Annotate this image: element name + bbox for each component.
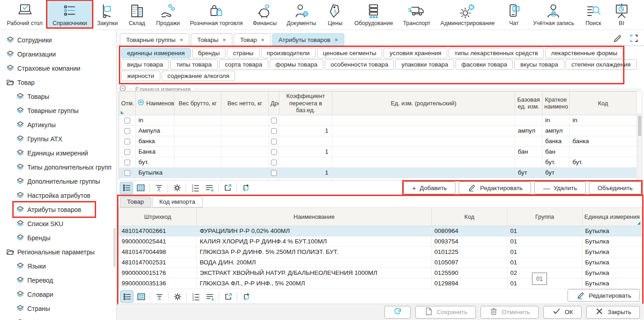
attribute-tab-бренды[interactable]: бренды [192, 48, 226, 58]
units-row-Банка[interactable]: Банка1банбан [119, 146, 637, 157]
units-col-header[interactable]: Код [570, 92, 637, 115]
filter-icon[interactable] [153, 291, 165, 302]
tab-close-icon[interactable]: × [335, 37, 338, 43]
row-checkbox[interactable] [124, 118, 130, 124]
sidebar-item-Страховые компании[interactable]: Страховые компании [0, 61, 117, 75]
добавить-button[interactable]: +Добавить [404, 181, 455, 194]
doc-tab-Атрибуты товаров[interactable]: Атрибуты товаров× [272, 33, 345, 46]
topbar-item-10[interactable]: Оборудование [349, 1, 398, 27]
Закрыть-button[interactable]: Закрыть [586, 306, 640, 319]
attribute-tab-формы товара[interactable]: формы товара [270, 59, 323, 70]
ОК-button[interactable]: ОК [543, 306, 582, 319]
Отменить-button[interactable]: Отменить [480, 306, 539, 319]
add-list-icon[interactable] [204, 291, 216, 302]
attribute-tab-единицы измерения[interactable]: единицы измерения [121, 48, 191, 58]
fullscreen-icon[interactable] [629, 34, 639, 45]
edit-pencil-icon[interactable] [613, 33, 623, 45]
sidebar-item-Перевод[interactable]: Перевод [0, 273, 117, 287]
fraction-checkbox[interactable] [271, 149, 277, 155]
topbar-item-15[interactable]: Поиск [579, 1, 608, 27]
attribute-tab-вкусы товара[interactable]: вкусы товара [514, 59, 564, 70]
attribute-tab-производители[interactable]: производители [261, 48, 316, 58]
topbar-item-6[interactable]: Розничная торговля [185, 1, 248, 27]
sidebar-item-partial[interactable] [0, 315, 117, 320]
numbered-list-icon[interactable]: 123 [189, 182, 201, 194]
units-row-Ампула[interactable]: Ампула1ампулампул [119, 125, 637, 136]
row-checkbox[interactable] [124, 160, 130, 165]
units-col-header[interactable]: Дроб [269, 92, 279, 115]
refresh-loop-icon[interactable] [240, 182, 252, 194]
topbar-item-16[interactable]: BI [608, 1, 636, 27]
attribute-tab-виды товара[interactable]: виды товара [121, 59, 169, 70]
product-row[interactable]: 9900000035136ГЛЮКОЗА ФЛ., Р-Р ИНФ., 5% 2… [119, 279, 642, 289]
fraction-checkbox[interactable] [271, 139, 277, 145]
units-row-in[interactable]: ininin [119, 115, 637, 125]
units-row-бут.[interactable]: бут.бут.бут. [119, 157, 637, 167]
tab-close-icon[interactable]: × [180, 37, 184, 43]
sidebar-item-Настройка атрибутов[interactable]: Настройка атрибутов [0, 188, 117, 202]
topbar-item-3[interactable]: Закупки [92, 1, 123, 27]
sidebar-item-Региональные параметры[interactable]: Региональные параметры [0, 245, 117, 259]
products-tab-Код импорта[interactable]: Код импорта [152, 196, 203, 207]
topbar-item-11[interactable]: Транспорт [398, 1, 435, 27]
refresh-button[interactable] [384, 306, 411, 319]
products-tab-Товар[interactable]: Товар [120, 196, 151, 207]
sidebar-item-Товарные группы[interactable]: Товарные группы [0, 103, 117, 118]
topbar-item-8[interactable]: Документы [281, 1, 321, 27]
units-col-header[interactable]: Наименование [136, 92, 174, 115]
sidebar-item-Языки[interactable]: Языки [0, 259, 117, 273]
list-view-icon[interactable] [121, 291, 133, 302]
topbar-item-14[interactable]: Учётная запись [528, 1, 579, 27]
attribute-tab-ценовые сегменты[interactable]: ценовые сегменты [317, 48, 383, 58]
sidebar-item-Группы ATX[interactable]: Группы ATX [0, 132, 117, 146]
sidebar-item-Типы дополнительных групп[interactable]: Типы дополнительных групп [0, 160, 117, 174]
tab-close-icon[interactable]: × [223, 37, 226, 43]
list-view-icon[interactable] [120, 182, 133, 194]
units-col-header[interactable]: Краткое наимено [542, 92, 570, 115]
row-checkbox[interactable] [124, 128, 130, 134]
product-row[interactable]: 4810147002661ФУРАЦИЛИН Р-Р 0,02% 400МЛ00… [119, 226, 642, 237]
attribute-tab-типы лекарственных средств[interactable]: типы лекарственных средств [449, 48, 544, 58]
attribute-tab-особенности товара[interactable]: особенности товара [325, 59, 394, 70]
attribute-tab-упаковки товара[interactable]: упаковки товара [395, 59, 454, 70]
topbar-item-1[interactable]: Рабочий стол [2, 1, 47, 27]
sidebar-item-Товары[interactable]: Товары [0, 89, 117, 103]
products-col-header[interactable]: Единица измерения [582, 208, 642, 226]
sidebar-item-Единицы измерений[interactable]: Единицы измерений [0, 146, 117, 160]
row-checkbox[interactable] [124, 149, 130, 155]
topbar-item-4[interactable]: Склад [123, 1, 151, 27]
Сохранить-button[interactable]: Сохранить [415, 306, 476, 319]
fraction-checkbox[interactable] [271, 128, 277, 134]
units-row-банка[interactable]: банкабанкабанка [119, 136, 637, 146]
product-row[interactable]: 4810147002531ВОДА Д/ИН. 200МЛ010509701Бу… [119, 258, 642, 268]
sidebar-item-Сотрудники[interactable]: Сотрудники [0, 33, 117, 47]
редактировать-button[interactable]: Редактировать [459, 181, 531, 194]
units-row-Бутылка[interactable]: Бутылка1бутбут [119, 167, 637, 178]
sidebar-item-Дополнительные группы[interactable]: Дополнительные группы [0, 174, 117, 188]
product-row[interactable]: 4810147004498ГЛЮКОЗА Р-Р Д/ИНФ. 5% 250МЛ… [119, 247, 642, 258]
open-external-icon[interactable] [222, 291, 234, 302]
grid-icon[interactable] [135, 291, 147, 302]
units-col-header[interactable]: Базовая ед. изм. [515, 92, 542, 115]
sidebar-item-Товар[interactable]: Товар [0, 75, 117, 89]
products-col-header[interactable]: Код [431, 208, 507, 226]
units-row-ведро[interactable]: ведроведроведро [119, 178, 637, 181]
fraction-checkbox[interactable] [271, 170, 277, 176]
units-col-header[interactable]: Отм. [119, 92, 136, 115]
topbar-item-12[interactable]: Администрирование [435, 1, 500, 27]
settings-icon[interactable] [171, 182, 183, 194]
doc-tab-Товары[interactable]: Товары× [191, 33, 232, 46]
topbar-item-5[interactable]: Продажи [151, 1, 185, 27]
attribute-tab-условия хранения[interactable]: условия хранения [383, 48, 447, 58]
refresh-loop-icon[interactable] [240, 291, 252, 302]
products-col-header[interactable]: Наименование [197, 208, 431, 226]
attribute-tab-сорта товара[interactable]: сорта товара [219, 59, 268, 70]
attribute-tab-фасовки товара[interactable]: фасовки товара [455, 59, 513, 70]
attribute-tab-типы товара[interactable]: типы товара [170, 59, 218, 70]
units-col-header[interactable]: Вес нетто, кг [221, 92, 269, 115]
doc-tab-Товар[interactable]: Товар× [234, 33, 271, 46]
fraction-checkbox[interactable] [271, 160, 277, 165]
sidebar-item-Бренды[interactable]: Бренды [0, 231, 117, 245]
sidebar-item-Страны[interactable]: Страны [0, 301, 117, 315]
sidebar-item-Артикулы[interactable]: Артикулы [0, 118, 117, 132]
